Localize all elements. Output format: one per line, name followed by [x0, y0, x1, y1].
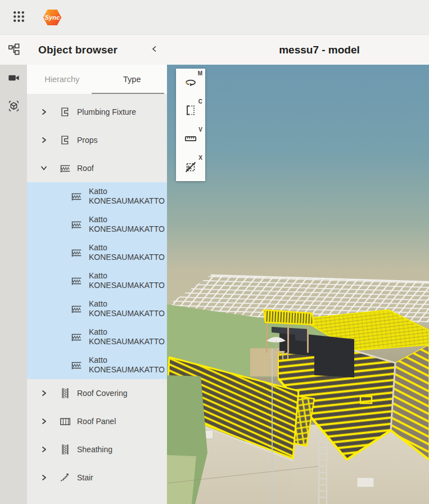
rail-button-model-tools[interactable]: [0, 93, 27, 121]
chevron-right-icon[interactable]: [39, 445, 48, 454]
active-tab-indicator: [92, 93, 164, 94]
scene-container: MCVX: [167, 65, 429, 504]
roof-icon: [70, 219, 83, 230]
model-viewport: messu7 - model: [167, 35, 429, 504]
tree-item-label: Katto KONESAUMAKATTO: [89, 243, 167, 263]
model-canvas[interactable]: [167, 65, 429, 504]
tree-item-katto-konesaumakatto[interactable]: Katto KONESAUMAKATTO: [27, 210, 167, 238]
chevron-down-icon[interactable]: [39, 164, 48, 173]
panel-title: Object browser: [38, 44, 118, 56]
tab-label: Hierarchy: [44, 75, 79, 84]
tree-item-roof-panel[interactable]: Roof Panel: [27, 407, 167, 435]
window: [357, 478, 374, 487]
tree-item-label: Katto KONESAUMAKATTO: [89, 215, 167, 235]
chevron-right-icon[interactable]: [39, 389, 48, 398]
model-title: messu7 - model: [279, 44, 360, 56]
collapse-panel-button[interactable]: [149, 43, 160, 56]
tree-item-props[interactable]: Props: [27, 126, 167, 154]
tree-item-label: Katto KONESAUMAKATTO: [89, 327, 167, 347]
roof-icon: [70, 360, 83, 371]
pavilion-post: [307, 322, 309, 353]
tool-shortcut: M: [198, 70, 202, 76]
roof-icon: [70, 248, 83, 258]
measure-tool-button[interactable]: V: [176, 125, 205, 153]
chevron-left-icon: [150, 44, 159, 55]
logo-text: Sync: [45, 14, 61, 21]
tree-item-katto-konesaumakatto[interactable]: Katto KONESAUMAKATTO: [27, 351, 167, 379]
tree-item-label: Katto KONESAUMAKATTO: [89, 299, 167, 319]
roof-icon: [70, 191, 83, 202]
tree-item-label: Katto KONESAUMAKATTO: [89, 271, 167, 291]
chevron-right-icon[interactable]: [39, 417, 48, 426]
tree-item-katto-konesaumakatto[interactable]: Katto KONESAUMAKATTO: [27, 267, 167, 295]
sync-logo[interactable]: Sync: [42, 7, 62, 28]
viewport-toolbar: MCVX: [176, 69, 205, 181]
deselect-tool-button[interactable]: X: [176, 153, 205, 181]
top-app-bar: Sync: [0, 0, 429, 35]
clip-tool-button[interactable]: C: [176, 97, 205, 125]
rail-button-views[interactable]: [0, 65, 27, 93]
deselect-icon: [184, 160, 197, 175]
tree-item-katto-konesaumakatto[interactable]: Katto KONESAUMAKATTO: [27, 323, 167, 351]
tree-item-label: Sheathing: [77, 445, 112, 454]
orbit-icon: [184, 75, 197, 91]
tree-item-label: Roof Panel: [77, 417, 116, 426]
tree-item-stair[interactable]: Stair: [27, 464, 167, 492]
panel-header: Object browser: [27, 35, 167, 65]
roof-icon: [70, 304, 83, 314]
tool-shortcut: C: [198, 98, 202, 105]
roof-icon: [70, 332, 83, 343]
tool-shortcut: V: [198, 127, 202, 133]
object-browser-panel: Object browser HierarchyType Plumbing Fi…: [27, 35, 167, 504]
tab-label: Type: [123, 75, 141, 84]
tab-type[interactable]: Type: [97, 65, 168, 94]
chevron-right-icon[interactable]: [39, 107, 48, 116]
grass-light: [167, 455, 196, 504]
fixture-icon: [59, 134, 71, 146]
left-icon-rail: [0, 35, 27, 504]
fixture-icon: [59, 106, 71, 118]
tab-hierarchy[interactable]: Hierarchy: [27, 65, 97, 94]
chevron-right-icon[interactable]: [39, 136, 48, 145]
pavilion-post: [266, 320, 268, 353]
tree-item-katto-konesaumakatto[interactable]: Katto KONESAUMAKATTO: [27, 238, 167, 267]
tree-item-label: Stair: [77, 473, 93, 482]
tree-item-sheathing[interactable]: Sheathing: [27, 435, 167, 464]
tree-item-katto-konesaumakatto[interactable]: Katto KONESAUMAKATTO: [27, 295, 167, 323]
object-tree: Plumbing FixturePropsRoofKatto KONESAUMA…: [27, 94, 167, 504]
tree-item-label: Roof Covering: [77, 389, 128, 398]
tree-item-label: Katto KONESAUMAKATTO: [89, 356, 167, 375]
roof-icon: [70, 276, 83, 286]
tool-shortcut: X: [198, 155, 202, 161]
orbit-tool-button[interactable]: M: [176, 69, 205, 97]
tree-structure-icon: [7, 43, 20, 57]
panel-tabs: HierarchyType: [27, 65, 167, 94]
tree-item-label: Plumbing Fixture: [77, 107, 136, 116]
pavilion-post: [287, 321, 289, 353]
tree-item-roof-covering[interactable]: Roof Covering: [27, 379, 167, 407]
apps-grid-icon: [12, 10, 26, 25]
tree-item-label: Props: [77, 136, 98, 145]
tree-item-roof[interactable]: Roof: [27, 154, 167, 182]
box-select-icon: [7, 100, 20, 114]
roof-icon: [59, 163, 71, 174]
tree-item-label: Roof: [77, 164, 94, 173]
tree-item-katto-konesaumakatto[interactable]: Katto KONESAUMAKATTO: [27, 182, 167, 210]
tree-item-label: Katto KONESAUMAKATTO: [89, 187, 167, 206]
viewport-header: messu7 - model: [167, 35, 429, 65]
stair-icon: [59, 471, 71, 484]
measure-icon: [184, 132, 197, 147]
tree-item-plumbing-fixture[interactable]: Plumbing Fixture: [27, 98, 167, 126]
covering-icon: [59, 387, 71, 399]
chevron-right-icon[interactable]: [39, 473, 48, 482]
covering-icon: [59, 443, 71, 456]
camera-icon: [7, 71, 20, 86]
app-grid-button[interactable]: [11, 10, 26, 25]
clip-plane-icon: [184, 104, 197, 119]
rail-button-object-browser[interactable]: [0, 35, 27, 65]
roof-panel-icon: [59, 416, 71, 427]
